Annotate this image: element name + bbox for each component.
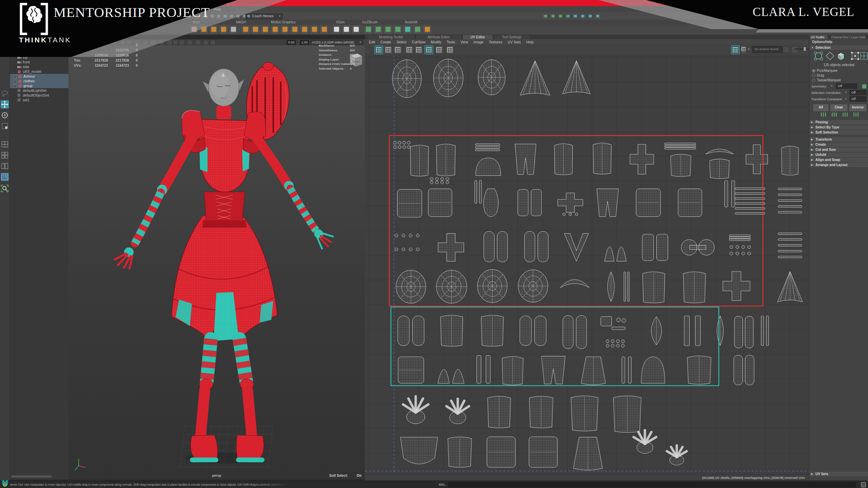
uv-toolbar-icon[interactable]: [384, 45, 393, 54]
uv-shell[interactable]: [560, 280, 589, 288]
uv-shell[interactable]: [581, 357, 606, 385]
uv-shell[interactable]: [395, 234, 419, 251]
mode-pick-marquee[interactable]: Pick/Marquee: [809, 68, 868, 73]
uv-shell[interactable]: [400, 437, 438, 464]
uv-shell[interactable]: [502, 357, 523, 385]
uv-shell[interactable]: [563, 316, 587, 349]
uv-shell[interactable]: [477, 355, 490, 383]
viewport-toolbar-icon[interactable]: [159, 40, 164, 45]
shelf-icon[interactable]: [332, 25, 340, 34]
uv-toolbar-icon[interactable]: [414, 45, 423, 54]
toolkit-menu-help[interactable]: Help: [825, 40, 832, 44]
dropdown-value[interactable]: Off: [836, 83, 857, 89]
status-icon[interactable]: [587, 14, 593, 19]
group-soft-selection[interactable]: ▶Soft Selection: [809, 130, 868, 135]
uv-shell[interactable]: [475, 180, 481, 203]
shelf-icon[interactable]: [281, 25, 289, 34]
outliner-item-set1[interactable]: set1: [10, 98, 68, 102]
outliner-item-top[interactable]: top: [10, 55, 68, 60]
uv-shell[interactable]: [671, 154, 691, 177]
uv-menu-select[interactable]: Select: [394, 40, 409, 44]
outliner-item-ue5_model[interactable]: UE5_model: [10, 69, 68, 74]
group-align-and-snap[interactable]: ▶Align and Snap: [809, 158, 868, 163]
shelf-tab-motion-graphics[interactable]: Motion Graphics: [269, 20, 298, 24]
shelf-icon[interactable]: [384, 25, 392, 34]
viewport-3d[interactable]: 022237450110951611095160Tris:22179282217…: [68, 45, 365, 480]
uv-shell[interactable]: [706, 149, 733, 154]
rotate-tool[interactable]: [1, 111, 9, 119]
image-icon[interactable]: [791, 46, 798, 53]
chevron-down-icon[interactable]: ▼: [845, 98, 847, 100]
viewport-toolbar-icon[interactable]: [195, 40, 201, 45]
uv-shell[interactable]: [440, 315, 463, 346]
four-view-layout[interactable]: [1, 140, 9, 148]
uv-shell[interactable]: [687, 356, 711, 384]
group-select-by-type[interactable]: ▶Select By Type: [809, 125, 868, 130]
uv-shell[interactable]: [518, 189, 541, 216]
uv-shell[interactable]: [438, 369, 464, 383]
uv-shell[interactable]: [476, 158, 501, 176]
uv-shell[interactable]: [515, 144, 536, 175]
toolkit-menu-options[interactable]: Options: [812, 40, 825, 44]
group-cut-and-sew[interactable]: ▶Cut and Sew: [809, 147, 868, 152]
uv-shell[interactable]: [681, 240, 714, 255]
outliner-item-defaultlightset[interactable]: defaultLightSet: [10, 88, 68, 93]
uv-shell[interactable]: [729, 235, 750, 241]
radio-icon[interactable]: [812, 74, 815, 77]
contract-selection-icon[interactable]: [853, 113, 859, 117]
shelf-icon[interactable]: [320, 25, 328, 34]
chevron-down-icon[interactable]: ▼: [845, 91, 847, 94]
symmetry-icon[interactable]: [862, 84, 866, 88]
uv-menu-modify[interactable]: Modify: [428, 40, 444, 44]
shelf-icon[interactable]: [291, 25, 299, 34]
uv-shell[interactable]: [518, 270, 548, 302]
uv-toolbar-icon[interactable]: [425, 45, 433, 54]
uv-shell[interactable]: [438, 233, 464, 261]
uv-shell[interactable]: [428, 189, 452, 217]
uv-shell[interactable]: [665, 143, 696, 149]
grid-select-icon[interactable]: [860, 52, 868, 60]
chevron-down-icon[interactable]: ▼: [830, 85, 833, 87]
shelf-icon[interactable]: [364, 25, 372, 34]
uv-shell[interactable]: [777, 271, 803, 302]
marquee-select-icon[interactable]: [814, 52, 823, 60]
uv-shell[interactable]: [593, 143, 611, 174]
uv-shell[interactable]: [398, 357, 424, 383]
uv-toolbar-icon[interactable]: [393, 45, 402, 54]
outliner-item-clothes[interactable]: +clothes: [10, 79, 68, 83]
uv-shell[interactable]: [630, 144, 654, 174]
uv-shell[interactable]: [398, 316, 424, 346]
uv-menu-edit[interactable]: Edit: [366, 40, 378, 44]
uv-canvas[interactable]: [365, 55, 809, 474]
outliner-item-persp[interactable]: persp: [10, 50, 68, 55]
uv-shell[interactable]: [525, 231, 548, 262]
uv-shell[interactable]: [730, 246, 751, 255]
shelf-icon[interactable]: [241, 25, 250, 34]
uv-menu-image[interactable]: Image: [471, 40, 486, 44]
uv-menu-uv-sets[interactable]: UV Sets: [505, 40, 524, 44]
character-model[interactable]: [115, 62, 333, 462]
workspace-selector[interactable]: Couch Heroes ▼: [245, 13, 283, 19]
uv-shell[interactable]: [734, 355, 754, 385]
uv-shell[interactable]: [735, 188, 765, 214]
shelf-tab-xgen[interactable]: XGen: [334, 20, 347, 24]
uv-toolbar-icon[interactable]: [405, 45, 414, 54]
uv-shell[interactable]: [520, 61, 550, 95]
uv-shell[interactable]: [624, 272, 629, 302]
uv-shell[interactable]: [447, 399, 469, 424]
shelf-icon[interactable]: [190, 25, 198, 34]
uv-shell[interactable]: [573, 437, 603, 470]
group-create[interactable]: ▶Create: [809, 142, 868, 147]
viewport-toolbar-icon[interactable]: [210, 40, 216, 45]
bracket-x-icon[interactable]: [851, 52, 860, 60]
uv-shell[interactable]: [394, 141, 411, 149]
dropdown-value[interactable]: Off: [849, 96, 867, 102]
grid-view-layout[interactable]: [1, 151, 9, 159]
expand-selection-icon[interactable]: [843, 113, 848, 117]
uv-shell[interactable]: [487, 437, 515, 467]
shelf-icon[interactable]: [261, 25, 269, 34]
outliner-persp-layout[interactable]: [1, 173, 9, 181]
uv-shell[interactable]: [436, 144, 455, 176]
shelf-icon[interactable]: [342, 25, 350, 34]
uv-shell[interactable]: [597, 189, 618, 217]
